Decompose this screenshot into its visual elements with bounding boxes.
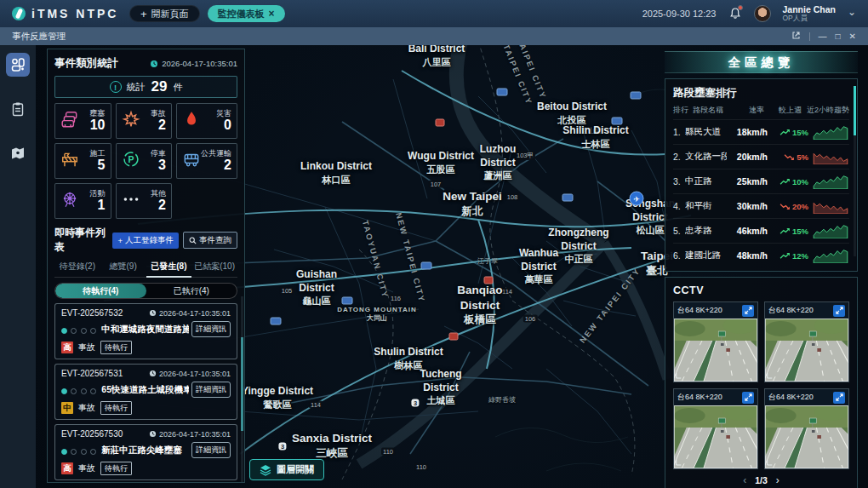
layer-toggle-button[interactable]: 圖層開關: [249, 459, 324, 480]
event-query-button[interactable]: 事件查詢: [183, 232, 237, 249]
trend-sparkline: [812, 174, 849, 189]
tab-pending-register[interactable]: 待登錄(2): [54, 261, 100, 277]
trend-down-icon: [784, 153, 795, 161]
overview-banner: 全區總覽: [665, 51, 858, 73]
popout-icon[interactable]: [791, 31, 801, 42]
maximize-icon[interactable]: □: [836, 32, 841, 41]
breadcrumb: 事件反應管理: [12, 31, 66, 43]
notification-bell-icon[interactable]: [728, 7, 742, 20]
trend-up-icon: [779, 129, 791, 136]
progress-dots: [61, 382, 96, 398]
parking-icon: P: [122, 150, 140, 172]
event-status-badge: 待執行: [100, 462, 132, 475]
plus-icon: +: [117, 236, 123, 245]
stat-card-other[interactable]: 其他2: [116, 183, 173, 219]
other-icon: [122, 190, 140, 212]
event-time: 2026-04-17-10:35:01: [149, 370, 231, 378]
map-district-label: New Taipei新北: [443, 189, 502, 218]
cctv-feed: [765, 405, 848, 468]
cctv-card[interactable]: 台64 8K+220: [673, 301, 758, 382]
stat-card-accident[interactable]: 事故2: [116, 103, 173, 139]
ranking-scrollbar[interactable]: [854, 86, 856, 256]
stat-card-disaster[interactable]: 災害0: [176, 103, 237, 139]
event-status-badge: 待執行: [100, 401, 132, 415]
stat-card-transit[interactable]: 公共運輸2: [176, 143, 237, 179]
detail-button[interactable]: 詳細資訊: [191, 321, 231, 337]
chevron-down-icon[interactable]: ⌄: [848, 6, 856, 18]
event-list-scrollbar[interactable]: [241, 296, 243, 483]
ranking-row[interactable]: 1. 縣民大道 18km/h 15%: [673, 119, 849, 144]
execution-toggle: 待執行(4) 已執行(4): [54, 283, 237, 299]
trend-sparkline: [812, 198, 849, 214]
event-card[interactable]: EVT-202567531 2026-04-17-10:35:01 65快速道路…: [54, 364, 237, 420]
map-icon: [9, 145, 26, 162]
expand-icon[interactable]: [833, 305, 845, 317]
event-card[interactable]: EVT-202567532 2026-04-17-10:35:01 中和運城路夜…: [54, 303, 237, 359]
clock-icon: [150, 60, 158, 68]
sidebar-item-monitor[interactable]: [6, 53, 30, 77]
sidebar-item-map[interactable]: [6, 141, 30, 165]
add-manual-event-button[interactable]: + 人工登錄事件: [112, 233, 179, 249]
prev-page-icon[interactable]: ‹: [743, 474, 746, 486]
ranking-row[interactable]: 4. 和平街 30km/h 20%: [673, 193, 849, 218]
tab-dashboard[interactable]: 監控儀表板 ×: [208, 5, 285, 22]
detail-button[interactable]: 詳細資訊: [191, 442, 231, 458]
cctv-card[interactable]: 台64 8K+220: [764, 301, 849, 382]
overview-title: 全區總覽: [728, 55, 795, 71]
tab-occurred[interactable]: 已發生(8): [146, 261, 192, 278]
plus-icon: +: [140, 9, 147, 20]
ranking-row[interactable]: 6. 建國北路 48km/h 12%: [673, 243, 849, 267]
user-info[interactable]: Jannie Chan OP人員: [783, 4, 836, 23]
event-time: 2026-04-17-10:35:01: [149, 309, 231, 318]
tab-overview[interactable]: 總覽(9): [100, 261, 146, 277]
expand-icon[interactable]: [742, 305, 754, 317]
detail-button[interactable]: 詳細資訊: [191, 382, 231, 398]
map-district-label: Luzhou District蘆洲區: [467, 143, 528, 181]
stat-card-construction[interactable]: 施工5: [54, 143, 111, 179]
tab-closed[interactable]: 已結案(10): [191, 261, 237, 277]
cctv-pagination: ‹ 1/3 ›: [673, 474, 849, 486]
stat-card-parking[interactable]: P 停車3: [116, 143, 173, 179]
toggle-pending-execution[interactable]: 待執行(4): [55, 284, 146, 298]
map-district-label: Linkou District林口區: [300, 160, 372, 186]
ranking-row[interactable]: 2. 文化路一段 20km/h 5%: [673, 144, 849, 169]
category-grid: 壅塞10 事故2 災害0 施工5 P 停車3 公共運輸2 活動1 其他2: [54, 103, 237, 219]
trend-indicator: 20%: [768, 202, 808, 211]
cctv-label: 台64 8K+220: [768, 305, 814, 316]
minimize-icon[interactable]: —: [819, 32, 827, 41]
trend-indicator: 15%: [768, 128, 808, 137]
overview-column: 全區總覽 路段壅塞排行 排行 路段名稱 速率 較上週 近2小時趨勢 1. 縣民大…: [665, 51, 858, 488]
map-district-label: Bali District八里區: [408, 45, 465, 68]
ranking-row[interactable]: 3. 中正路 25km/h 10%: [673, 169, 849, 193]
cctv-grid: 台64 8K+220: [673, 301, 849, 469]
stat-card-event[interactable]: 活動1: [54, 183, 111, 219]
top-bar: iTMS NTPC + 開新頁面 監控儀表板 × 2025-09-30 12:2…: [0, 0, 868, 27]
event-card[interactable]: EVT-202567530 2026-04-17-10:35:01 新莊中正路尖…: [54, 424, 237, 480]
clock-icon: [149, 370, 157, 377]
cctv-card[interactable]: 台64 8K+220: [764, 388, 849, 469]
event-title: 65快速道路土城段機車事故: [101, 384, 189, 396]
close-window-icon[interactable]: ✕: [849, 32, 856, 41]
cctv-label: 台64 8K+220: [677, 305, 722, 316]
layer-toggle-label: 圖層開關: [277, 463, 314, 476]
trend-sparkline: [812, 248, 849, 263]
total-label: 統計: [127, 81, 146, 94]
new-page-tab[interactable]: + 開新頁面: [129, 5, 200, 22]
user-avatar[interactable]: [754, 5, 771, 22]
next-page-icon[interactable]: ›: [776, 474, 779, 486]
sidebar-item-reports[interactable]: [6, 97, 30, 121]
expand-icon[interactable]: [833, 392, 845, 404]
stats-panel-title: 事件類別統計: [54, 56, 118, 71]
cctv-label: 台64 8K+220: [768, 392, 814, 403]
stat-card-congestion[interactable]: 壅塞10: [54, 103, 111, 139]
map-district-label: Wugu District五股區: [408, 150, 474, 175]
trend-sparkline: [812, 223, 849, 238]
toggle-executed[interactable]: 已執行(4): [146, 284, 237, 298]
ranking-row[interactable]: 5. 忠孝路 46km/h 15%: [673, 218, 849, 243]
trend-indicator: 12%: [768, 251, 808, 261]
close-tab-icon[interactable]: ×: [269, 8, 275, 20]
cctv-card[interactable]: 台64 8K+220: [673, 388, 758, 469]
highway-shield: [562, 194, 574, 202]
expand-icon[interactable]: [742, 392, 754, 404]
map-district-label: Shilin District士林區: [562, 124, 628, 150]
